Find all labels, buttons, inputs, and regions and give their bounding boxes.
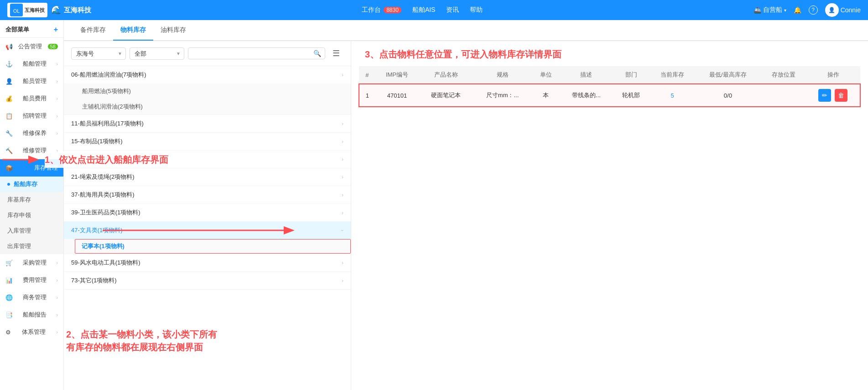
sidebar-item-business[interactable]: 🌐 商务管理 › — [0, 289, 63, 306]
col-actions: 操作 — [806, 66, 860, 84]
category-21: 21-绳索及缆绳(2项物料) › — [64, 168, 351, 186]
nav-ais[interactable]: 船舶AIS — [412, 6, 436, 14]
sidebar-item-crew[interactable]: 👤 船员管理 › — [0, 73, 63, 90]
avatar-icon: 👤 — [828, 7, 835, 13]
sidebar-item-maintenance-label: 维修保养 — [23, 129, 47, 137]
sub-category-47-1[interactable]: 记事本(1项物料) — [75, 239, 351, 254]
category-select[interactable]: 全部 — [130, 47, 184, 60]
search-wrap: 🔍 — [188, 47, 325, 59]
table-row[interactable]: 1 470101 硬面笔记本 尺寸mm：... 本 带线条的... 轮机部 5 — [359, 84, 860, 107]
sidebar-sub-stock-out[interactable]: 出库管理 — [0, 239, 63, 254]
right-panel: 3、点击物料任意位置，可进入物料库存详情界面 # IMP编号 产品名称 规格 单… — [351, 41, 868, 390]
filter-menu-button[interactable]: ☰ — [329, 47, 343, 60]
left-panel: 东海号 全部 🔍 ☰ — [64, 41, 351, 390]
search-input[interactable] — [192, 50, 313, 57]
category-47-header[interactable]: 47-文具类(1项物料) › — [64, 222, 351, 239]
nav-workbench[interactable]: 工作台 8830 — [362, 6, 401, 14]
sidebar-item-inventory-label: 库存管理 — [34, 164, 58, 172]
chevron-down-icon-cat47: › — [340, 229, 345, 231]
tab-parts-inventory[interactable]: 备件库存 — [73, 21, 113, 41]
sidebar-sub-stock-in[interactable]: 入库管理 — [0, 223, 63, 239]
chevron-right-icon-cat21: › — [342, 174, 343, 180]
ship-selector[interactable]: 🚢 自营船 ▾ — [754, 6, 786, 14]
cell-imp: 470101 — [375, 84, 419, 107]
notification-btn[interactable]: 🔔 — [794, 6, 801, 14]
inventory-icon: 📦 — [5, 165, 13, 172]
help-btn[interactable]: ? — [809, 5, 818, 15]
category-37-header[interactable]: 37-航海用具类(1项物料) › — [64, 186, 351, 203]
sidebar-item-crew-expense[interactable]: 💰 船员费用 › — [0, 90, 63, 107]
category-11-label: 11-船员福利用品(17项物料) — [71, 120, 144, 128]
col-spec: 规格 — [473, 66, 532, 84]
system-icon: ⚙ — [5, 329, 11, 336]
stock-link[interactable]: 5 — [671, 92, 674, 99]
nav-ais-label: 船舶AIS — [412, 6, 436, 14]
logo-text: 互海科技 — [25, 7, 45, 14]
category-73-header[interactable]: 73-其它(1项物料) › — [64, 272, 351, 289]
tab-materials-inventory[interactable]: 物料库存 — [113, 21, 153, 41]
category-21-header[interactable]: 21-绳索及缆绳(2项物料) › — [64, 168, 351, 186]
category-06-header[interactable]: 06-船用燃油润滑油(7项物料) › — [64, 66, 351, 83]
sidebar-item-maintenance[interactable]: 🔧 维修保养 › — [0, 125, 63, 142]
category-11-header[interactable]: 11-船员福利用品(17项物料) › — [64, 115, 351, 132]
chevron-down-icon: › — [342, 72, 343, 78]
sub-category-06-1[interactable]: 船用燃油(5项物料) — [75, 83, 351, 99]
sidebar-item-purchase[interactable]: 🛒 采购管理 › — [0, 254, 63, 271]
nav-help[interactable]: 帮助 — [470, 6, 483, 14]
annotation-step3-label: 3、点击物料任意位置，可进入物料库存详情界面 — [365, 49, 561, 59]
category-select-wrap: 全部 — [130, 47, 184, 60]
chevron-right-icon-7: › — [56, 260, 58, 265]
sidebar-item-report-label: 船舶报告 — [23, 311, 47, 319]
sidebar-item-purchase-label: 采购管理 — [23, 259, 47, 267]
delete-button[interactable]: 🗑 — [835, 89, 847, 102]
category-06-children: 船用燃油(5项物料) 主辅机润滑油(2项物料) — [64, 83, 351, 114]
sidebar-item-repair[interactable]: 🔨 维修管理 › — [0, 142, 63, 159]
sidebar-item-inventory[interactable]: 📦 库存管理 — [0, 159, 63, 177]
sidebar-item-announcement[interactable]: 📢 公告管理 58 — [0, 38, 63, 55]
chevron-right-icon-cat59: › — [342, 260, 343, 265]
category-15-header[interactable]: 15-布制品(1项物料) › — [64, 133, 351, 150]
table-header-row: # IMP编号 产品名称 规格 单位 描述 部门 当前库存 最低/最高库存 存放… — [359, 66, 860, 84]
nav-news[interactable]: 资讯 — [446, 6, 459, 14]
cell-stock[interactable]: 5 — [650, 84, 695, 107]
col-desc: 描述 — [560, 66, 613, 84]
sidebar-item-ship-label: 船舶管理 — [23, 60, 47, 68]
ship-manage-icon: ⚓ — [5, 61, 13, 68]
edit-button[interactable]: ✏ — [818, 89, 831, 102]
col-location: 存放位置 — [761, 66, 806, 84]
chevron-right-icon-cat37: › — [342, 192, 343, 198]
chevron-right-icon-8: › — [56, 277, 58, 283]
category-17-header[interactable]: 17-厨房用品类(3项物料) › — [64, 151, 351, 168]
sidebar-item-recruit[interactable]: 📋 招聘管理 › — [0, 107, 63, 125]
sidebar-add-btn[interactable]: + — [54, 26, 58, 34]
ship-select[interactable]: 东海号 — [71, 47, 126, 60]
search-button[interactable]: 🔍 — [313, 50, 321, 57]
cell-location — [761, 84, 806, 107]
user-name: Connie — [841, 6, 861, 14]
sub-category-06-2[interactable]: 主辅机润滑油(2项物料) — [75, 99, 351, 114]
sidebar-item-report[interactable]: 📑 船舶报告 › — [0, 306, 63, 323]
brand-name: 🌊 互海科技 — [51, 5, 91, 15]
category-11: 11-船员福利用品(17项物料) › — [64, 115, 351, 133]
table-body: 1 470101 硬面笔记本 尺寸mm：... 本 带线条的... 轮机部 5 — [359, 84, 860, 107]
sidebar-item-ship[interactable]: ⚓ 船舶管理 › — [0, 55, 63, 73]
workbench-badge: 8830 — [384, 7, 401, 13]
category-37-label: 37-航海用具类(1项物料) — [71, 191, 135, 199]
sidebar-item-cost[interactable]: 📊 费用管理 › — [0, 271, 63, 289]
category-73-label: 73-其它(1项物料) — [71, 276, 117, 285]
sidebar-item-system[interactable]: ⚙ 体系管理 › — [0, 323, 63, 341]
sidebar-sub-ship-inventory[interactable]: 船舶库存 — [0, 177, 63, 192]
table-header: # IMP编号 产品名称 规格 单位 描述 部门 当前库存 最低/最高库存 存放… — [359, 66, 860, 84]
tab-fuel-inventory[interactable]: 油料库存 — [153, 21, 193, 41]
announcement-badge: 58 — [48, 44, 58, 49]
user-area[interactable]: 👤 Connie — [825, 3, 861, 17]
sidebar-sub-stock-request[interactable]: 库存申领 — [0, 208, 63, 223]
col-product-name: 产品名称 — [419, 66, 473, 84]
category-59-header[interactable]: 59-风水电动工具(1项物料) › — [64, 254, 351, 271]
logo-box: OL 互海科技 — [7, 3, 47, 17]
sidebar-sub-base-inventory[interactable]: 库基库存 — [0, 192, 63, 208]
nav-help-label: 帮助 — [470, 6, 483, 14]
category-39-header[interactable]: 39-卫生医药品类(1项物料) › — [64, 204, 351, 221]
col-unit: 单位 — [532, 66, 560, 84]
chevron-right-icon-11: › — [56, 329, 58, 335]
